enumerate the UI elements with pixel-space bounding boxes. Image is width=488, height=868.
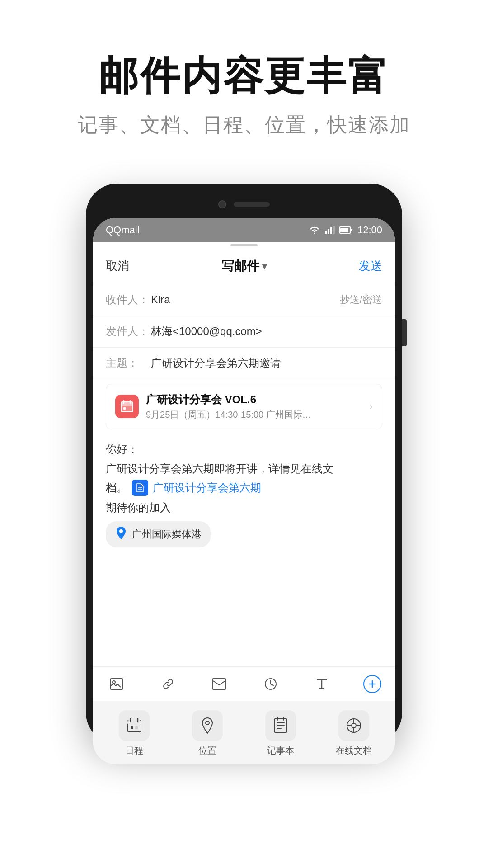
quick-location-label: 位置 — [198, 745, 216, 757]
cc-bcc-button[interactable]: 抄送/密送 — [340, 293, 382, 307]
calendar-quick-svg — [126, 717, 142, 734]
svg-rect-5 — [340, 228, 348, 232]
status-time: 12:00 — [357, 224, 382, 236]
doc-svg — [135, 483, 145, 493]
quick-actions: 日程 位置 — [93, 701, 395, 764]
event-time: 9月25日（周五）14:30-15:00 广州国际… — [146, 409, 362, 421]
drag-indicator — [93, 242, 395, 249]
svg-rect-12 — [123, 407, 126, 410]
calendar-svg — [120, 399, 134, 414]
svg-rect-9 — [121, 402, 133, 406]
quick-calendar-icon — [119, 710, 150, 741]
quick-note-label: 记事本 — [267, 745, 294, 757]
email-body[interactable]: 你好： 广研设计分享会第六期即将开讲，详情见在线文 档。 — [93, 434, 395, 666]
to-value[interactable]: Kira — [151, 293, 340, 306]
svg-rect-1 — [328, 229, 329, 234]
signal-icon — [325, 226, 335, 235]
phone-frame: QQmail — [86, 184, 402, 744]
location-quick-svg — [201, 717, 214, 734]
svg-rect-28 — [131, 726, 133, 729]
mail-toolbar-icon[interactable] — [209, 674, 229, 694]
svg-rect-6 — [351, 229, 352, 231]
email-body-text1: 广研设计分享会第六期即将开讲，详情见在线文 — [106, 460, 382, 477]
quick-action-location[interactable]: 位置 — [180, 710, 235, 757]
quick-action-doc[interactable]: 在线文档 — [327, 710, 381, 757]
quick-location-icon — [192, 710, 223, 741]
location-chip[interactable]: 广州国际媒体港 — [106, 521, 211, 547]
image-toolbar-icon[interactable] — [107, 674, 127, 694]
svg-point-36 — [352, 723, 356, 728]
plus-toolbar-icon[interactable] — [363, 675, 381, 693]
compose-title: 写邮件 ▾ — [221, 258, 267, 275]
phone-mockup: QQmail — [86, 184, 402, 744]
email-ending: 期待你的加入 — [106, 500, 382, 515]
svg-point-30 — [206, 721, 209, 725]
to-field: 收件人： Kira 抄送/密送 — [93, 284, 395, 316]
phone-screen: QQmail — [93, 218, 395, 764]
quick-action-note[interactable]: 记事本 — [253, 710, 308, 757]
email-compose: 取消 写邮件 ▾ 发送 收件人： Kira 抄送/密送 发件人： 林海<10 — [93, 242, 395, 764]
event-details: 广研设计分享会 VOL.6 9月25日（周五）14:30-15:00 广州国际… — [146, 392, 362, 421]
event-attachment[interactable]: 广研设计分享会 VOL.6 9月25日（周五）14:30-15:00 广州国际…… — [106, 384, 382, 429]
wifi-icon — [309, 226, 320, 235]
hero-title: 邮件内容更丰富 — [27, 54, 461, 98]
plus-svg — [367, 679, 377, 689]
quick-note-icon — [265, 710, 296, 741]
speaker-grille — [234, 202, 270, 207]
event-arrow-icon: › — [370, 401, 373, 412]
location-name: 广州国际媒体港 — [132, 528, 202, 541]
to-label: 收件人： — [106, 292, 151, 307]
svg-rect-0 — [325, 231, 327, 234]
cancel-button[interactable]: 取消 — [106, 258, 129, 274]
svg-rect-25 — [127, 720, 141, 725]
mail-svg — [212, 678, 226, 690]
camera-icon — [218, 200, 226, 208]
svg-rect-18 — [212, 679, 226, 689]
event-calendar-icon — [115, 395, 139, 418]
subject-field: 主题： 广研设计分享会第六期邀请 — [93, 348, 395, 379]
hero-subtitle: 记事、文档、日程、位置，快速添加 — [27, 112, 461, 138]
email-greeting: 你好： — [106, 442, 382, 457]
status-app-name: QQmail — [106, 224, 140, 236]
attachment-toolbar-icon[interactable] — [158, 674, 178, 694]
compose-header: 取消 写邮件 ▾ 发送 — [93, 249, 395, 284]
svg-rect-29 — [135, 726, 138, 729]
text-svg — [316, 678, 328, 690]
location-pin-icon — [115, 526, 127, 543]
from-value[interactable]: 林海<10000@qq.com> — [151, 324, 382, 339]
subject-value[interactable]: 广研设计分享会第六期邀请 — [151, 356, 382, 370]
doc-link[interactable]: 广研设计分享会第六期 — [153, 481, 261, 495]
svg-point-15 — [119, 529, 123, 533]
email-doc-link-row: 档。 广研设计分享会第六期 — [106, 479, 382, 496]
svg-point-17 — [113, 681, 115, 684]
quick-doc-label: 在线文档 — [336, 745, 372, 757]
doc-quick-svg — [346, 717, 362, 734]
quick-calendar-label: 日程 — [125, 745, 143, 757]
svg-rect-2 — [330, 227, 332, 234]
title-dropdown-icon[interactable]: ▾ — [262, 261, 267, 272]
from-label: 发件人： — [106, 324, 151, 339]
svg-rect-3 — [333, 226, 335, 234]
clock-svg — [264, 678, 277, 690]
compose-toolbar — [93, 666, 395, 701]
quick-action-calendar[interactable]: 日程 — [107, 710, 161, 757]
status-icons: 12:00 — [309, 224, 382, 236]
side-button — [402, 319, 407, 346]
hero-section: 邮件内容更丰富 记事、文档、日程、位置，快速添加 — [0, 0, 488, 165]
clock-toolbar-icon[interactable] — [261, 674, 281, 694]
svg-line-21 — [271, 684, 273, 685]
battery-icon — [339, 226, 353, 234]
svg-rect-16 — [110, 679, 123, 689]
quick-doc-icon — [338, 710, 369, 741]
pin-svg — [115, 526, 127, 540]
send-button[interactable]: 发送 — [359, 258, 382, 274]
text-toolbar-icon[interactable] — [312, 674, 332, 694]
event-title: 广研设计分享会 VOL.6 — [146, 392, 362, 407]
image-svg — [110, 678, 123, 690]
doc-icon — [132, 480, 148, 496]
from-field: 发件人： 林海<10000@qq.com> — [93, 316, 395, 348]
status-bar: QQmail — [93, 218, 395, 242]
phone-notch — [93, 191, 395, 218]
note-quick-svg — [273, 717, 288, 734]
subject-label: 主题： — [106, 356, 151, 370]
